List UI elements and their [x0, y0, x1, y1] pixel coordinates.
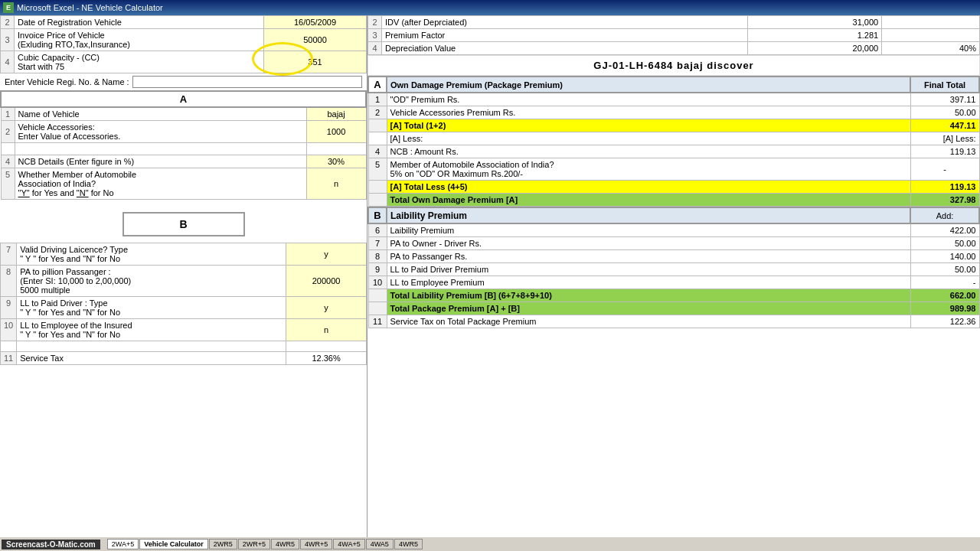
table-row: 2 Vehicle Accessories Premium Rs. 50.00 [368, 106, 979, 119]
add-label: Add: [910, 207, 979, 223]
app-icon: E [3, 2, 14, 13]
table-row: 6 Laibility Premium 422.00 [368, 223, 979, 237]
section-b-right-header: B Laibility Premium Add: [368, 207, 979, 223]
ncb-value[interactable]: 30% [306, 155, 366, 168]
total-row-a: [A] Total (1+2) 447.11 [368, 119, 979, 132]
table-row: 8 PA to pillion Passanger :(Enter SI: 10… [1, 266, 367, 297]
table-row: 2 Date of Registration Vehicle 16/05/200… [1, 16, 367, 29]
tab-vehicle-calculator[interactable]: Vehicle Calculator [139, 539, 208, 549]
table-row: 4 NCB Details (Enter figure in %) 30% [1, 155, 366, 168]
tab-4wrp5[interactable]: 4WR+5 [300, 539, 332, 549]
section-a-right: A [368, 77, 387, 93]
table-row: 1 "OD" Premium Rs. 397.11 [368, 93, 979, 106]
total-package-row: Total Package Premium [A] + [B] 989.98 [368, 302, 979, 315]
table-row: 7 PA to Owner - Driver Rs. 50.00 [368, 237, 979, 250]
table-row: 1 Name of Vehicle bajaj [1, 107, 366, 121]
accessories-value[interactable]: 1000 [306, 121, 366, 143]
tab-4wap5[interactable]: 4WA+5 [333, 539, 364, 549]
reg-input[interactable] [132, 76, 362, 88]
less-row: [A] Less: [A] Less: [368, 132, 979, 145]
spacer [0, 200, 367, 206]
left-panel: 2 Date of Registration Vehicle 16/05/200… [0, 15, 368, 537]
table-row: 4 NCB : Amount Rs. 119.13 [368, 145, 979, 158]
tab-4wr5[interactable]: 4WR5 [271, 539, 299, 549]
tab-4wa5[interactable]: 4WA5 [366, 539, 394, 549]
title-bar: E Microsoft Excel - NE Vehicle Calculato… [0, 0, 980, 15]
service-tax-row: 11 Service Tax 12.36% [1, 352, 367, 365]
liability-premium-header: Laibility Premium [387, 207, 910, 223]
watermark: Screencast-O-Matic.com [2, 540, 100, 549]
service-tax-left-value: 12.36% [286, 352, 367, 365]
tab-2wr5[interactable]: 2WR5 [209, 539, 237, 549]
table-row: 3 Premium Factor 1.281 [368, 29, 980, 42]
cubic-capacity-value[interactable]: 351 [264, 51, 367, 73]
table-row: 8 PA to Passanger Rs. 140.00 [368, 250, 979, 263]
depreciation-value: 20,000 [747, 42, 882, 55]
invoice-price-value[interactable]: 50000 [264, 29, 367, 51]
total-od-row: Total Own Damage Premium [A] 327.98 [368, 194, 979, 207]
depreciation-pct: 40% [882, 42, 980, 55]
table-row: 10 LL to Employee of the Insured" Y " fo… [1, 319, 367, 341]
table-row: 2 Vehicle Accessories:Enter Value of Acc… [1, 121, 366, 143]
table-row: 2 IDV (after Deprciated) 31,000 [368, 16, 980, 29]
table-row: 9 LL to Paid Driver Premium 50.00 [368, 263, 979, 276]
tab-2wa5[interactable]: 2WA+5 [107, 539, 139, 549]
table-row: 4 Depreciation Value 20,000 40% [368, 42, 980, 55]
section-b-box: B [122, 212, 245, 236]
pa-pillion-value[interactable]: 200000 [286, 266, 367, 297]
depreciation-label: Depreciation Value [382, 42, 748, 55]
tab-2wrp5[interactable]: 2WR+5 [238, 539, 270, 549]
title-text: Microsoft Excel - NE Vehicle Calculator [17, 3, 163, 12]
premium-factor-value: 1.281 [747, 29, 882, 42]
empty-row [1, 143, 366, 155]
automobile-assoc-value[interactable]: n [306, 168, 366, 200]
table-row: 3 Invoice Price of Vehicle(Exluding RTO,… [1, 29, 367, 51]
total-less-row: [A] Total Less (4+5) 119.13 [368, 181, 979, 194]
service-tax-right-row: 11 Service Tax on Total Package Premium … [368, 315, 979, 328]
total-liability-row: Total Laibility Premium [B] (6+7+8+9+10)… [368, 289, 979, 302]
table-row: 7 Valid Driving Laicence? Type" Y " for … [1, 243, 367, 266]
premium-factor-label: Premium Factor [382, 29, 748, 42]
tab-4wr5-2[interactable]: 4WR5 [394, 539, 423, 549]
section-a-col-header: A Own Damage Premium (Package Premium) F… [368, 77, 979, 93]
reg-display: GJ-01-LH-6484 bajaj discover [368, 55, 980, 76]
date-reg-label: Date of Registration Vehicle [15, 16, 264, 29]
driving-licence-value[interactable]: y [286, 243, 367, 266]
ll-paid-driver-value[interactable]: y [286, 297, 367, 319]
table-row: 5 Whether Member of AutomobileAssociatio… [1, 168, 366, 200]
table-row: 4 Cubic Capacity - (CC)Start with 75 351 [1, 51, 367, 73]
section-a-header: A [1, 91, 366, 107]
bottom-tabs: Screencast-O-Matic.com 2WA+5 Vehicle Cal… [0, 537, 980, 551]
idv-value: 31,000 [747, 16, 882, 29]
vehicle-name-value[interactable]: bajaj [306, 107, 366, 121]
ll-employee-value[interactable]: n [286, 319, 367, 341]
final-total-header: Final Total [910, 77, 979, 93]
right-panel: 2 IDV (after Deprciated) 31,000 3 Premiu… [368, 15, 980, 537]
table-row: 5 Member of Automobile Association of In… [368, 158, 979, 181]
table-row: 10 LL to Employee Premium - [368, 276, 979, 289]
idv-label: IDV (after Deprciated) [382, 16, 748, 29]
date-reg-value[interactable]: 16/05/2009 [264, 16, 367, 29]
empty-row [1, 341, 367, 352]
vehicle-reg-row: Enter Vehicle Regi. No. & Name : [0, 73, 367, 90]
reg-label: Enter Vehicle Regi. No. & Name : [5, 77, 129, 86]
od-premium-header: Own Damage Premium (Package Premium) [387, 77, 910, 93]
table-row: 9 LL to Paid Driver : Type" Y " for Yes … [1, 297, 367, 319]
